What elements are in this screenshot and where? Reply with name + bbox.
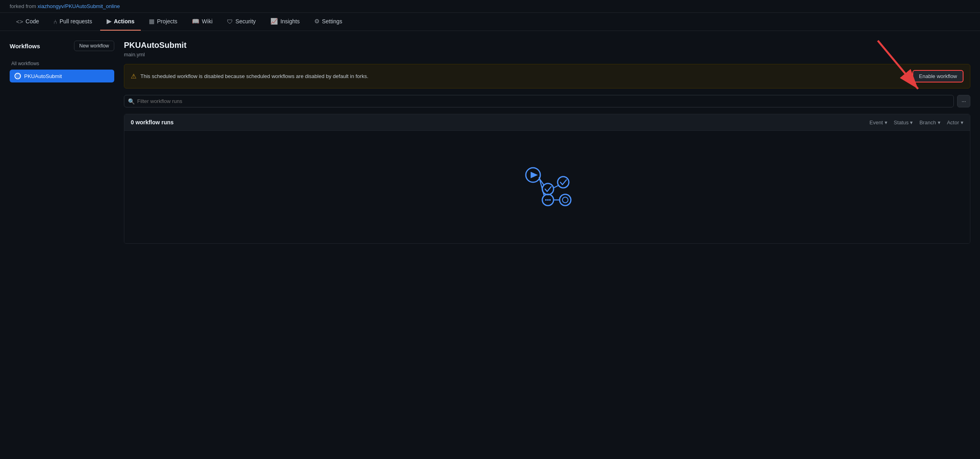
tab-pull-requests[interactable]: ⑃ Pull requests: [47, 13, 99, 31]
warning-message: This scheduled workflow is disabled beca…: [140, 73, 369, 79]
svg-point-10: [545, 199, 547, 201]
branch-filter-dropdown[interactable]: Branch ▾: [919, 119, 940, 126]
warning-icon: ⚠: [131, 72, 136, 80]
svg-point-7: [558, 177, 569, 188]
actions-icon: ▶: [107, 18, 111, 25]
chevron-down-icon: ▾: [910, 119, 913, 126]
filter-input-wrap: 🔍: [124, 95, 954, 107]
svg-point-11: [547, 199, 549, 201]
wiki-icon: 📖: [192, 18, 200, 25]
pull-request-icon: ⑃: [54, 18, 57, 25]
svg-point-12: [549, 199, 551, 201]
fork-source-link[interactable]: xiazhongyv/PKUAutoSubmit_online: [37, 3, 120, 9]
sidebar: Workflows New workflow All workflows ⓘ P…: [10, 41, 114, 432]
tab-code[interactable]: <> Code: [10, 13, 45, 31]
chevron-down-icon: ▾: [885, 119, 887, 126]
tab-actions[interactable]: ▶ Actions: [100, 13, 141, 31]
tab-settings[interactable]: ⚙ Settings: [308, 13, 349, 31]
workflow-filename: main.yml: [124, 51, 970, 58]
svg-point-15: [562, 197, 568, 203]
filter-bar: 🔍 ···: [124, 95, 970, 107]
insights-icon: 📈: [270, 18, 278, 25]
chevron-down-icon: ▾: [938, 119, 941, 126]
tab-insights[interactable]: 📈 Insights: [264, 13, 306, 31]
settings-icon: ⚙: [314, 18, 319, 25]
event-filter-dropdown[interactable]: Event ▾: [869, 119, 887, 126]
warning-banner: ⚠ This scheduled workflow is disabled be…: [124, 64, 970, 89]
more-options-button[interactable]: ···: [957, 95, 970, 107]
status-filter-dropdown[interactable]: Status ▾: [894, 119, 913, 126]
repo-nav: <> Code ⑃ Pull requests ▶ Actions ▦ Proj…: [0, 13, 980, 31]
projects-icon: ▦: [149, 18, 154, 25]
runs-count: 0 workflow runs: [131, 119, 174, 126]
runs-table: 0 workflow runs Event ▾ Status ▾ Branch …: [124, 114, 970, 244]
content-area: PKUAutoSubmit main.yml ⚠ This scheduled …: [124, 41, 970, 432]
search-icon: 🔍: [128, 98, 135, 105]
fork-notice: forked from xiazhongyv/PKUAutoSubmit_onl…: [0, 0, 980, 13]
tab-security[interactable]: 🛡 Security: [220, 13, 262, 31]
new-workflow-button[interactable]: New workflow: [74, 41, 114, 51]
svg-point-5: [542, 183, 554, 195]
sidebar-header: Workflows New workflow: [10, 41, 114, 51]
empty-state-illustration: [519, 163, 575, 211]
workflow-status-icon: ⓘ: [14, 73, 21, 79]
code-icon: <>: [16, 18, 23, 25]
warning-left: ⚠ This scheduled workflow is disabled be…: [131, 72, 369, 80]
enable-workflow-button[interactable]: Enable workflow: [912, 70, 964, 82]
runs-header: 0 workflow runs Event ▾ Status ▾ Branch …: [124, 114, 970, 131]
workflow-title: PKUAutoSubmit: [124, 41, 970, 50]
svg-point-14: [560, 194, 571, 206]
svg-marker-3: [531, 172, 538, 178]
empty-state: [124, 131, 970, 243]
filter-workflow-runs-input[interactable]: [124, 95, 954, 107]
tab-projects[interactable]: ▦ Projects: [142, 13, 184, 31]
main-container: Workflows New workflow All workflows ⓘ P…: [0, 31, 980, 442]
security-icon: 🛡: [227, 18, 233, 25]
workflows-title: Workflows: [10, 43, 40, 49]
sidebar-item-pkuautosubmit[interactable]: ⓘ PKUAutoSubmit: [10, 70, 114, 82]
actor-filter-dropdown[interactable]: Actor ▾: [947, 119, 964, 126]
fork-notice-text: forked from: [10, 3, 37, 9]
all-workflows-label: All workflows: [10, 58, 114, 70]
runs-filters: Event ▾ Status ▾ Branch ▾ Actor ▾: [869, 119, 964, 126]
tab-wiki[interactable]: 📖 Wiki: [185, 13, 219, 31]
chevron-down-icon: ▾: [961, 119, 964, 126]
